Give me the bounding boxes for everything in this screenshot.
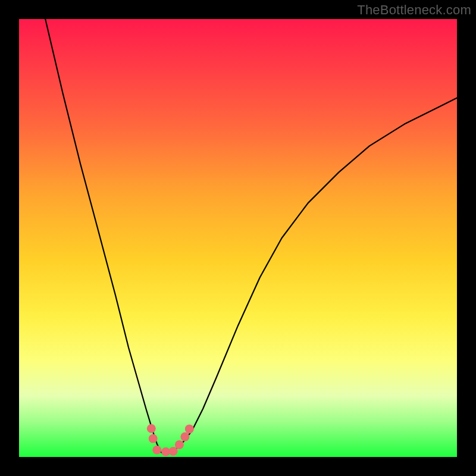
trough-marker (185, 424, 194, 433)
trough-marker (149, 434, 158, 443)
curve-svg (19, 19, 457, 457)
bottleneck-curve (45, 19, 457, 453)
trough-marker (169, 447, 178, 456)
trough-marker (175, 440, 184, 449)
chart-frame: TheBottleneck.com (0, 0, 476, 476)
trough-marker (180, 433, 189, 441)
trough-marker (147, 424, 156, 433)
watermark-text: TheBottleneck.com (357, 2, 471, 18)
trough-marker (152, 446, 161, 455)
plot-area (19, 19, 457, 457)
trough-markers (147, 424, 194, 456)
